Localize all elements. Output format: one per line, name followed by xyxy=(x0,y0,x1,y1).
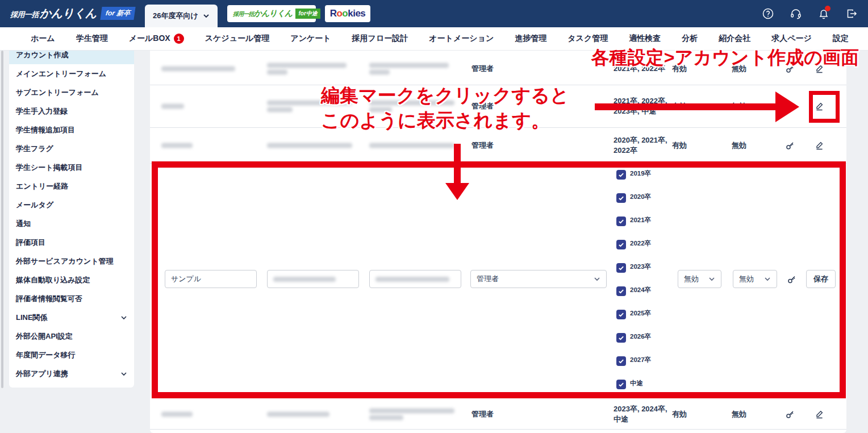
annotation-arrow-right-shaft xyxy=(595,103,775,110)
table-row: 管理者 2020卒, 2021卒, 2022卒 有効 無効 xyxy=(150,128,846,164)
sidebar-item-line-related[interactable]: LINE関係 xyxy=(9,308,134,327)
sidebar-item-evaluator-info-visibility[interactable]: 評価者情報閲覧可否 xyxy=(9,289,134,308)
account-name-redacted xyxy=(161,410,261,418)
nav-progress-management[interactable]: 進捗管理 xyxy=(515,34,546,44)
status-select-2[interactable]: 無効 xyxy=(733,270,777,288)
sidebar-item-main-entry-form[interactable]: メインエントリーフォーム xyxy=(9,64,134,83)
account-years: 2020卒, 2021卒, 2022卒 xyxy=(614,135,676,156)
account-role: 管理者 xyxy=(471,409,523,419)
status-select-1[interactable]: 無効 xyxy=(678,270,721,288)
sidebar-item-sub-entry-form[interactable]: サブエントリーフォーム xyxy=(9,83,134,102)
checkbox-checked[interactable] xyxy=(616,380,626,389)
app-badge-shinsotsu: for 新卒 xyxy=(100,7,136,20)
password-key-icon[interactable] xyxy=(787,274,796,284)
nav-survey[interactable]: アンケート xyxy=(290,34,331,44)
chuto-logo: 採用一括かんりくん xyxy=(233,9,292,19)
edit-pencil-icon[interactable] xyxy=(815,141,824,151)
checkbox-checked[interactable] xyxy=(616,193,626,203)
year-checkbox-item: 2022卒 xyxy=(616,239,653,263)
support-headset-icon[interactable] xyxy=(790,7,802,20)
nav-task-management[interactable]: タスク管理 xyxy=(567,34,608,44)
annotation-screen-label: 各種設定>アカウント作成の画面 xyxy=(591,45,859,70)
account-name-redacted xyxy=(161,64,261,73)
top-navbar: 採用一括かんりくん for 新卒 26年度卒向け 採用一括かんりくん for中途… xyxy=(0,0,868,27)
account-years: 2023卒, 2024卒, 中途 xyxy=(614,404,676,424)
sidebar-item-yearly-data-migration[interactable]: 年度間データ移行 xyxy=(9,345,134,364)
nav-settings[interactable]: 設定 xyxy=(833,34,849,44)
mailbox-unread-badge: 1 xyxy=(174,34,184,44)
account-name-redacted xyxy=(161,102,261,111)
sidebar-item-student-flags[interactable]: 学生フラグ xyxy=(9,139,134,158)
chevron-down-icon xyxy=(764,276,771,282)
account-login-redacted xyxy=(267,410,358,418)
nav-automation[interactable]: オートメーション xyxy=(429,34,494,44)
sidebar-item-media-auto-import[interactable]: 媒体自動取り込み設定 xyxy=(9,270,134,289)
graduation-year-checkbox-list: 2019卒 2020卒 2021卒 2022卒 2023卒 2024卒 2025… xyxy=(616,169,653,402)
rookies-logo: Rookies xyxy=(330,8,366,19)
chevron-down-icon xyxy=(594,276,600,282)
nav-schedule-management[interactable]: スケジュール管理 xyxy=(205,34,270,44)
nav-recruitment-flow[interactable]: 採用フロー設計 xyxy=(352,34,408,44)
sidebar-item-external-service-accounts[interactable]: 外部サービスアカウント管理 xyxy=(9,252,134,270)
graduation-year-selector[interactable]: 26年度卒向け xyxy=(145,5,218,27)
status-inactive-label: 無効 xyxy=(732,409,766,419)
checkbox-checked[interactable] xyxy=(616,216,626,226)
sidebar-item-evaluation-items[interactable]: 評価項目 xyxy=(9,233,134,252)
annotation-arrow-down-head xyxy=(445,183,469,200)
sidebar-item-external-app-integration[interactable]: 外部アプリ連携 xyxy=(9,364,134,383)
sidebar-item-student-extra-fields[interactable]: 学生情報追加項目 xyxy=(9,120,134,139)
nav-home[interactable]: ホーム xyxy=(31,34,55,44)
chuto-product-link[interactable]: 採用一括かんりくん for中途 xyxy=(227,5,316,22)
nav-referral-company[interactable]: 紹介会社 xyxy=(719,34,750,44)
account-name-input[interactable] xyxy=(165,270,257,288)
save-button[interactable]: 保存 xyxy=(806,270,836,288)
annotation-arrow-right-head xyxy=(775,91,799,122)
edit-pencil-icon-highlighted[interactable] xyxy=(815,102,824,111)
logout-icon[interactable] xyxy=(845,7,858,20)
password-key-icon[interactable] xyxy=(785,141,795,151)
checkbox-checked[interactable] xyxy=(616,310,626,319)
year-checkbox-item: 2024卒 xyxy=(616,286,653,309)
sidebar-item-notifications[interactable]: 通知 xyxy=(9,214,134,233)
rookies-product-link[interactable]: Rookies xyxy=(325,5,370,22)
sidebar-item-public-api-settings[interactable]: 外部公開API設定 xyxy=(9,327,134,345)
status-inactive-label: 無効 xyxy=(732,140,766,151)
checkbox-checked[interactable] xyxy=(616,356,626,366)
notification-dot xyxy=(825,6,831,11)
sidebar-item-mail-tags[interactable]: メールタグ xyxy=(9,195,134,214)
password-key-icon[interactable] xyxy=(785,409,795,419)
annotation-arrow-down-shaft xyxy=(454,144,461,184)
checkbox-checked[interactable] xyxy=(616,240,626,249)
chevron-down-icon xyxy=(708,276,715,282)
sidebar-item-student-sheet-fields[interactable]: 学生シート掲載項目 xyxy=(9,158,134,177)
edit-pencil-icon[interactable] xyxy=(815,409,824,419)
chevron-down-icon xyxy=(120,314,127,321)
nav-mailbox[interactable]: メールBOX1 xyxy=(129,34,184,44)
chevron-down-icon xyxy=(120,370,127,377)
role-select[interactable]: 管理者 xyxy=(470,270,607,288)
nav-analysis[interactable]: 分析 xyxy=(682,34,698,44)
checkbox-checked[interactable] xyxy=(616,170,626,180)
checkbox-checked[interactable] xyxy=(616,263,626,273)
sidebar-item-entry-route[interactable]: エントリー経路 xyxy=(9,177,134,195)
app-logo: 採用一括かんりくん for 新卒 xyxy=(10,6,135,21)
checkbox-checked[interactable] xyxy=(616,333,626,343)
nav-aptitude-test[interactable]: 適性検査 xyxy=(629,34,661,44)
help-icon[interactable] xyxy=(762,7,774,20)
account-role: 管理者 xyxy=(471,64,523,74)
year-checkbox-item: 2023卒 xyxy=(616,263,653,286)
account-login-input-redacted[interactable] xyxy=(267,270,359,288)
nav-job-page[interactable]: 求人ページ xyxy=(771,34,812,44)
sidebar-item-student-manual-entry[interactable]: 学生手入力登録 xyxy=(9,102,134,120)
table-row: 管理者 2023卒, 2024卒, 中途 有効 無効 xyxy=(150,399,846,430)
checkbox-checked[interactable] xyxy=(616,286,626,296)
nav-student-management[interactable]: 学生管理 xyxy=(76,34,108,44)
page-scrollbar[interactable] xyxy=(1,51,3,388)
account-email-redacted xyxy=(369,141,463,150)
notifications-bell-icon[interactable] xyxy=(817,7,830,20)
status-active-label: 有効 xyxy=(672,409,706,419)
annotation-instruction-text: 編集マークをクリックするとこのように表示されます。 xyxy=(321,83,605,133)
account-email-input-redacted[interactable] xyxy=(369,270,461,288)
year-checkbox-item: 2025卒 xyxy=(616,309,653,332)
status-active-label: 有効 xyxy=(672,140,706,151)
